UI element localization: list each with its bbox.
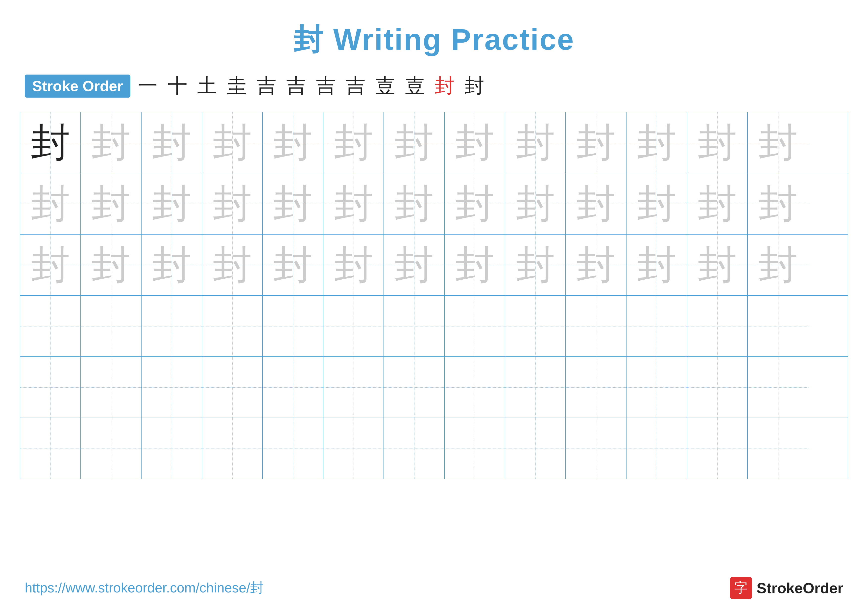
grid-cell[interactable] [748,418,808,479]
grid-cell[interactable] [323,418,384,479]
grid-cell[interactable] [323,296,384,356]
grid-cell[interactable]: 封 [505,112,566,173]
grid-cell[interactable] [505,418,566,479]
grid-cell[interactable]: 封 [626,112,687,173]
cell-character: 封 [334,245,374,285]
grid-cell[interactable] [626,296,687,356]
grid-cell[interactable] [141,418,202,479]
grid-cell[interactable] [445,357,505,418]
grid-cell[interactable]: 封 [81,173,141,234]
grid-cell[interactable]: 封 [748,235,808,295]
grid-cell[interactable] [202,296,263,356]
logo-char: 字 [734,579,748,597]
grid-cell[interactable]: 封 [263,112,323,173]
grid-cell[interactable] [263,296,323,356]
grid-cell[interactable]: 封 [687,235,748,295]
grid-cell[interactable] [505,357,566,418]
grid-cell[interactable]: 封 [323,173,384,234]
grid-cell[interactable] [141,357,202,418]
grid-cell[interactable] [626,357,687,418]
grid-cell[interactable] [81,357,141,418]
grid-cell[interactable] [687,357,748,418]
grid-cell[interactable]: 封 [445,112,505,173]
grid-cell[interactable] [384,418,445,479]
grid-cell[interactable] [141,296,202,356]
grid-row [20,418,848,479]
grid-cell[interactable] [505,296,566,356]
grid-cell[interactable] [626,418,687,479]
stroke-step: 封 [465,73,484,99]
grid-cell[interactable] [323,357,384,418]
cell-character: 封 [91,184,131,224]
grid-cell[interactable] [263,357,323,418]
grid-cell[interactable] [748,357,808,418]
grid-cell[interactable]: 封 [505,173,566,234]
grid-cell[interactable] [202,357,263,418]
stroke-step: 壴 [375,73,395,99]
grid-cell[interactable]: 封 [20,173,81,234]
grid-cell[interactable] [687,296,748,356]
grid-cell[interactable]: 封 [20,235,81,295]
grid-cell[interactable]: 封 [202,235,263,295]
grid-cell[interactable]: 封 [566,173,626,234]
grid-cell[interactable]: 封 [445,173,505,234]
cell-character: 封 [698,123,737,162]
grid-cell[interactable]: 封 [81,235,141,295]
cell-character: 封 [152,184,192,224]
grid-cell[interactable]: 封 [202,173,263,234]
grid-row [20,357,848,418]
grid-cell[interactable]: 封 [566,112,626,173]
grid-cell[interactable] [81,296,141,356]
stroke-order-row: Stroke Order 一十土圭吉吉吉吉壴壴封封 [0,60,868,107]
grid-cell[interactable]: 封 [748,173,808,234]
grid-cell[interactable] [445,418,505,479]
stroke-step: 十 [167,73,187,99]
grid-cell[interactable]: 封 [323,235,384,295]
grid-cell[interactable]: 封 [384,235,445,295]
cell-character: 封 [698,245,737,285]
grid-cell[interactable] [202,418,263,479]
grid-cell[interactable]: 封 [566,235,626,295]
title-char: 封 [293,23,324,56]
grid-cell[interactable]: 封 [141,112,202,173]
grid-cell[interactable] [748,296,808,356]
grid-cell[interactable]: 封 [141,235,202,295]
grid-cell[interactable] [20,357,81,418]
grid-cell[interactable]: 封 [263,235,323,295]
logo-icon: 字 [730,577,752,599]
cell-character: 封 [152,245,192,285]
grid-cell[interactable]: 封 [687,112,748,173]
grid-cell[interactable]: 封 [384,173,445,234]
grid-cell[interactable]: 封 [748,112,808,173]
grid-cell[interactable]: 封 [626,173,687,234]
grid-cell[interactable]: 封 [141,173,202,234]
cell-character: 封 [637,245,676,285]
grid-cell[interactable]: 封 [445,235,505,295]
grid-cell[interactable] [20,296,81,356]
stroke-step: 吉 [286,73,306,99]
grid-cell[interactable]: 封 [687,173,748,234]
grid-cell[interactable] [20,418,81,479]
grid-cell[interactable] [263,418,323,479]
cell-character: 封 [212,245,252,285]
grid-cell[interactable] [384,296,445,356]
grid-cell[interactable]: 封 [384,112,445,173]
grid-cell[interactable] [384,357,445,418]
grid-cell[interactable] [566,296,626,356]
grid-cell[interactable] [566,418,626,479]
grid-cell[interactable] [445,296,505,356]
grid-cell[interactable] [687,418,748,479]
grid-cell[interactable]: 封 [202,112,263,173]
grid-cell[interactable] [81,418,141,479]
cell-character: 封 [31,123,70,162]
grid-cell[interactable]: 封 [263,173,323,234]
grid-cell[interactable]: 封 [81,112,141,173]
grid-cell[interactable]: 封 [20,112,81,173]
cell-character: 封 [516,123,555,162]
grid-cell[interactable]: 封 [505,235,566,295]
grid-cell[interactable]: 封 [626,235,687,295]
cell-character: 封 [334,184,374,224]
grid-cell[interactable]: 封 [323,112,384,173]
grid-cell[interactable] [566,357,626,418]
practice-grid: 封封封封封封封封封封封封封封封封封封封封封封封封封封封封封封封封封封封封封封封 [20,112,848,479]
